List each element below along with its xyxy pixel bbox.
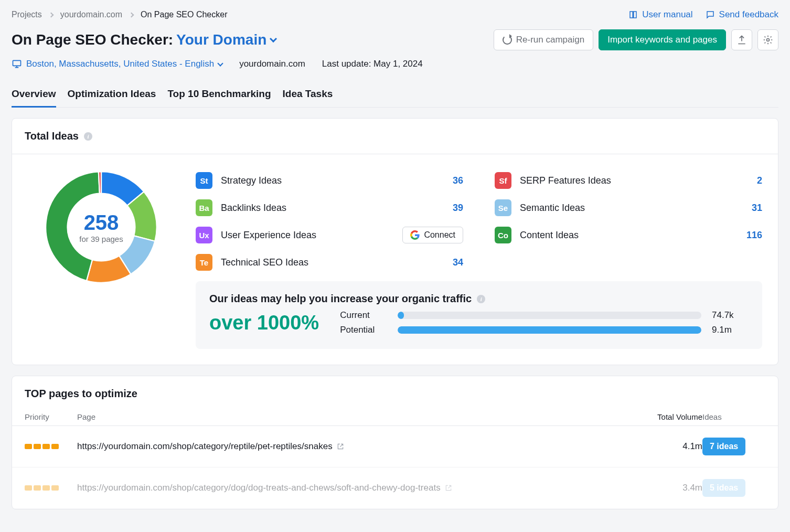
domain-selector-label: Your Domain [176, 31, 266, 48]
google-icon [410, 230, 420, 240]
top-pages-table-head: Priority Page Total Volume Ideas [12, 408, 778, 426]
idea-row[interactable]: SfSERP Features Ideas2 [495, 167, 762, 194]
idea-badge: Se [495, 199, 511, 216]
idea-row[interactable]: UxUser Experience IdeasConnect [196, 221, 463, 249]
breadcrumb-domain[interactable]: yourdomain.com [60, 10, 122, 19]
tab-optimization-ideas[interactable]: Optimization Ideas [68, 88, 156, 108]
send-feedback-link[interactable]: Send feedback [706, 9, 778, 20]
idea-badge: Co [495, 227, 511, 243]
ideas-button[interactable]: 5 ideas [702, 479, 745, 497]
total-ideas-card: Total Ideas i 258 for 39 pages StStrateg… [12, 118, 778, 365]
idea-label: Technical SEO Ideas [221, 257, 445, 268]
breadcrumb-projects[interactable]: Projects [12, 10, 42, 19]
total-volume: 4.1m [629, 441, 702, 452]
connect-google-button[interactable]: Connect [402, 227, 463, 243]
chevron-right-icon [129, 12, 134, 17]
col-total-volume: Total Volume [629, 412, 702, 421]
idea-badge: Sf [495, 172, 511, 189]
idea-badge: St [196, 172, 212, 189]
svg-rect-1 [13, 60, 21, 66]
breadcrumb-current: On Page SEO Checker [141, 10, 227, 19]
gear-icon [763, 35, 773, 45]
idea-count: 39 [453, 203, 463, 214]
rerun-campaign-button[interactable]: Re-run campaign [494, 29, 593, 50]
breadcrumb: Projects yourdomain.com On Page SEO Chec… [12, 10, 228, 19]
rerun-campaign-label: Re-run campaign [516, 35, 584, 45]
feedback-icon [706, 10, 715, 19]
potential-value: 9.1m [712, 325, 749, 335]
priority-indicator [25, 485, 77, 491]
col-page: Page [77, 412, 629, 421]
send-feedback-label: Send feedback [719, 9, 778, 20]
book-icon [628, 10, 638, 19]
tabs: Overview Optimization Ideas Top 10 Bench… [12, 88, 778, 108]
table-row: https://yourdomain.com/shop/category/rep… [12, 426, 778, 467]
potential-bar [398, 326, 701, 334]
idea-row[interactable]: CoContent Ideas116 [495, 221, 762, 249]
col-priority: Priority [25, 412, 77, 421]
donut-sub-text: for 39 pages [79, 235, 123, 243]
import-keywords-label: Import keywords and pages [607, 35, 717, 45]
total-volume: 3.4m [629, 483, 702, 493]
total-ideas-donut: 258 for 39 pages [41, 167, 162, 288]
user-manual-link[interactable]: User manual [628, 9, 692, 20]
domain-selector[interactable]: Your Domain [176, 31, 276, 48]
idea-label: Strategy Ideas [221, 175, 445, 186]
priority-indicator [25, 444, 77, 449]
top-pages-title: TOP pages to optimize [12, 376, 778, 408]
current-value: 74.7k [712, 310, 749, 321]
last-update: Last update: May 1, 2024 [322, 59, 423, 69]
page-url[interactable]: https://yourdomain.com/shop/category/rep… [77, 441, 629, 452]
svg-point-0 [767, 39, 770, 41]
idea-count: 34 [453, 257, 463, 268]
traffic-boost-box: Our ideas may help you increase your org… [196, 281, 762, 349]
idea-label: Content Ideas [520, 230, 739, 241]
external-link-icon [445, 484, 452, 492]
top-pages-card: TOP pages to optimize Priority Page Tota… [12, 376, 778, 509]
tab-idea-tasks[interactable]: Idea Tasks [283, 88, 333, 108]
chevron-down-icon [217, 60, 223, 66]
current-label: Current [340, 310, 387, 321]
idea-label: Semantic Ideas [520, 203, 744, 214]
col-ideas: Ideas [702, 412, 765, 421]
idea-badge: Ux [196, 227, 212, 243]
chevron-right-icon [48, 12, 54, 17]
tab-overview[interactable]: Overview [12, 88, 56, 108]
current-bar [398, 312, 701, 319]
location-selector[interactable]: Boston, Massachusetts, United States - E… [12, 59, 222, 69]
info-icon[interactable]: i [477, 295, 485, 303]
idea-label: Backlinks Ideas [221, 203, 445, 214]
monitor-icon [12, 59, 22, 69]
idea-badge: Ba [196, 199, 212, 216]
info-icon[interactable]: i [84, 132, 92, 141]
idea-badge: Te [196, 254, 212, 271]
idea-row[interactable]: TeTechnical SEO Ideas34 [196, 249, 463, 276]
page-url[interactable]: https://yourdomain.com/shop/category/dog… [77, 483, 629, 493]
potential-label: Potential [340, 325, 387, 335]
user-manual-label: User manual [642, 9, 692, 20]
domain-text: yourdomain.com [239, 59, 305, 69]
total-ideas-title: Total Ideas [25, 130, 79, 142]
refresh-icon [503, 35, 512, 45]
location-label: Boston, Massachusetts, United States - E… [26, 59, 214, 69]
idea-count: 2 [757, 175, 762, 186]
external-link-icon [337, 443, 344, 450]
table-row: https://yourdomain.com/shop/category/dog… [12, 467, 778, 509]
export-button[interactable] [731, 29, 752, 50]
upload-icon [736, 35, 747, 45]
idea-row[interactable]: SeSemantic Ideas31 [495, 194, 762, 221]
idea-label: SERP Features Ideas [520, 175, 750, 186]
idea-label: User Experience Ideas [221, 230, 395, 241]
idea-count: 31 [752, 203, 762, 214]
idea-count: 116 [746, 230, 762, 241]
settings-button[interactable] [757, 29, 778, 50]
page-title: On Page SEO Checker: [12, 31, 173, 48]
idea-row[interactable]: StStrategy Ideas36 [196, 167, 463, 194]
ideas-button[interactable]: 7 ideas [702, 438, 745, 455]
import-keywords-button[interactable]: Import keywords and pages [599, 29, 726, 50]
boost-headline: Our ideas may help you increase your org… [209, 293, 472, 305]
boost-percentage: over 1000% [209, 312, 319, 334]
idea-count: 36 [453, 175, 463, 186]
idea-row[interactable]: BaBacklinks Ideas39 [196, 194, 463, 221]
tab-top-10-benchmarking[interactable]: Top 10 Benchmarking [167, 88, 271, 108]
